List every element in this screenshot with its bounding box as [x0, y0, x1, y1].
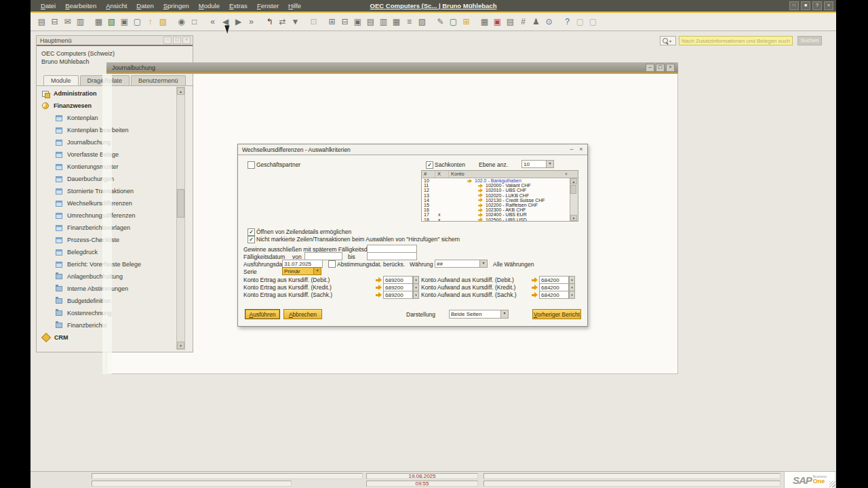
option-checkbox-2[interactable]: ✓ [248, 236, 255, 243]
minimize-icon[interactable]: – [646, 64, 654, 72]
help-icon[interactable]: ? [561, 16, 573, 28]
konto-aufwand-input[interactable] [539, 291, 569, 299]
table-filter-icon[interactable]: ▼ [564, 172, 568, 176]
tree-item-stornierte-transaktionen[interactable]: Stornierte Transaktionen [37, 185, 193, 197]
search-input[interactable] [679, 36, 793, 45]
search-type-selector[interactable]: ▾ [660, 36, 676, 45]
tab-benutzermenü[interactable]: Benutzermenü [131, 75, 186, 85]
link-arrow-icon[interactable] [478, 208, 484, 212]
find-icon[interactable]: ◉ [176, 16, 187, 28]
save-icon[interactable]: ▦ [93, 16, 104, 28]
add-row-icon[interactable]: ⊞ [326, 16, 338, 28]
option-checkbox-1[interactable]: ✓ [248, 228, 255, 236]
serie-dropdown[interactable]: Primär ▾ [282, 267, 321, 275]
journalbuchung-titlebar[interactable]: Journalbuchung –▢× [106, 62, 678, 74]
tree-item-journalbuchung[interactable]: Journalbuchung [37, 136, 193, 148]
vorheriger-bericht-button[interactable]: Vorheriger Bericht [532, 309, 581, 319]
upload-icon[interactable]: ↑ [144, 16, 156, 28]
link-arrow-icon[interactable] [478, 188, 484, 192]
base-document-icon[interactable]: ▤ [365, 16, 376, 28]
search-button[interactable]: Suchen [797, 36, 822, 45]
darstellung-dropdown[interactable]: Beide Seiten ▾ [449, 310, 509, 319]
faelligkeit-bis-input[interactable] [367, 252, 417, 260]
copy-icon[interactable]: ▣ [119, 16, 130, 28]
menu-springen[interactable]: Springen [159, 1, 194, 11]
col-konto[interactable]: Konto [449, 171, 578, 178]
doc-disabled2-icon[interactable]: ▢ [587, 16, 599, 28]
restore-icon[interactable]: ▢ [656, 64, 665, 72]
payment-means-icon[interactable]: ▦ [391, 16, 402, 28]
table-icon[interactable]: ▦ [479, 16, 490, 28]
link-arrow-icon[interactable] [478, 193, 484, 197]
doc-disabled-icon[interactable]: ▢ [574, 16, 586, 28]
form-settings-icon[interactable]: ⊞ [460, 16, 472, 28]
tree-item-umrechnungsdifferenzen[interactable]: Umrechnungsdifferenzen [37, 209, 193, 222]
menu-fenster[interactable]: Fenster [252, 1, 283, 11]
org-chart-icon[interactable]: # [517, 16, 529, 28]
tree-item-interne-abstimmungen[interactable]: Interne Abstimmungen [37, 283, 193, 295]
tree-item-crm[interactable]: CRM [37, 331, 193, 344]
choose-from-list-button[interactable]: ▾ [413, 291, 419, 299]
link-arrow-icon[interactable] [478, 213, 484, 217]
filter-icon[interactable]: ▼ [290, 16, 301, 28]
tree-item-budgetdefinition[interactable]: Budgetdefinition [37, 295, 193, 307]
menu-hilfe[interactable]: Hilfe [283, 1, 306, 11]
menu-bearbeiten[interactable]: Bearbeiten [60, 1, 101, 11]
paste-icon[interactable]: ▢ [132, 16, 143, 28]
tree-item-bericht-vorerfasste-belege[interactable]: Bericht: Vorerfasste Belege [37, 258, 193, 270]
restore-icon[interactable]: ▢ [173, 37, 181, 44]
konto-ertrag-input[interactable] [383, 291, 413, 299]
edit-icon[interactable]: ✎ [435, 16, 446, 28]
export-excel-icon[interactable]: ▧ [106, 16, 117, 28]
form-gold-icon[interactable]: ▨ [157, 16, 169, 28]
tile-windows-icon[interactable]: ∷ [789, 1, 799, 10]
close-icon[interactable]: × [666, 64, 675, 72]
link-arrow-icon[interactable] [467, 179, 473, 183]
scroll-down-icon[interactable]: ▼ [177, 342, 184, 349]
duplicate-icon[interactable]: ▣ [352, 16, 363, 28]
tree-item-anlagenbuchhaltung[interactable]: Anlagenbuchhaltung [37, 270, 193, 283]
target-document-icon[interactable]: ▥ [378, 16, 389, 28]
tree-item-dauerbuchungen[interactable]: Dauerbuchungen [37, 173, 193, 185]
sort-icon[interactable]: ⊡ [308, 16, 319, 28]
sachkonten-checkbox[interactable]: ✓ [426, 161, 433, 169]
tree-item-belegdruck[interactable]: Belegdruck [37, 246, 193, 258]
menu-daten[interactable]: Daten [132, 1, 158, 11]
next-record-icon[interactable]: ▶ [233, 16, 244, 28]
tree-item-prozess-checkliste[interactable]: Prozess-Checkliste [37, 234, 193, 246]
scroll-up-icon[interactable]: ▲ [570, 178, 577, 184]
waehrung-dropdown[interactable]: ## ▾ [435, 260, 488, 268]
link-arrow-icon[interactable] [478, 203, 484, 207]
dialog-titlebar[interactable]: Wechselkursdifferenzen - Auswahlkriterie… [238, 144, 587, 155]
refresh-icon[interactable]: ⇄ [277, 16, 288, 28]
abstimmungsdatum-checkbox[interactable] [328, 260, 336, 268]
geschaeftspartner-checkbox[interactable] [248, 161, 255, 169]
scrollbar-thumb[interactable] [177, 189, 184, 218]
tree-item-finanzwesen[interactable]: Finanzwesen [37, 100, 193, 112]
link-arrow-icon[interactable] [376, 277, 382, 283]
document-preview-icon[interactable]: ▤ [36, 16, 47, 28]
system-message-icon[interactable]: ⊙ [543, 16, 555, 28]
first-record-icon[interactable]: « [207, 16, 218, 28]
minimize-icon[interactable]: – [568, 146, 575, 152]
print-layout-icon[interactable]: ▥ [75, 16, 86, 28]
link-arrow-icon[interactable] [478, 184, 484, 188]
menu-module[interactable]: Module [194, 1, 224, 11]
gross-profit-icon[interactable]: ≡ [403, 16, 415, 28]
print-icon[interactable]: ⊟ [49, 16, 60, 28]
scrollbar-thumb[interactable] [570, 185, 576, 194]
abbrechen-button[interactable]: Abbrechen [283, 309, 322, 319]
menu-extras[interactable]: Extras [224, 1, 252, 11]
tree-item-administration[interactable]: Administration [37, 87, 193, 100]
table-alert-icon[interactable]: ▣ [492, 16, 503, 28]
blank-document-icon[interactable]: □ [189, 16, 200, 28]
undo-icon[interactable]: ↰ [264, 16, 275, 28]
volume-weight-icon[interactable]: ▧ [416, 16, 428, 28]
col-selected[interactable]: X [435, 171, 449, 178]
scroll-down-icon[interactable]: ▼ [570, 215, 577, 221]
last-record-icon[interactable]: » [245, 16, 257, 28]
minimize-icon[interactable]: – [163, 37, 172, 44]
choose-from-list-button[interactable]: ▾ [569, 291, 575, 299]
link-arrow-icon[interactable] [478, 218, 484, 221]
link-arrow-icon[interactable] [532, 277, 538, 283]
